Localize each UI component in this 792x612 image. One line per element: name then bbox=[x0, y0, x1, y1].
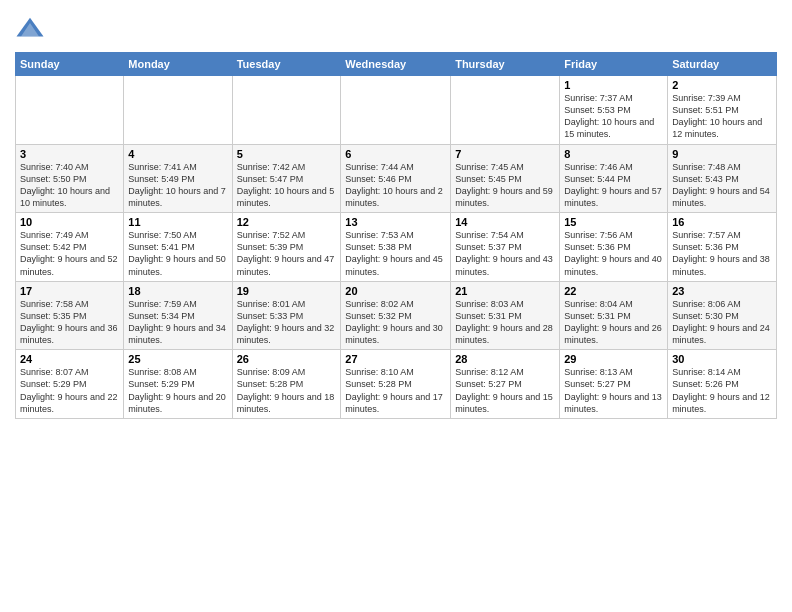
weekday-header-wednesday: Wednesday bbox=[341, 53, 451, 76]
calendar-cell bbox=[232, 76, 341, 145]
calendar-cell bbox=[451, 76, 560, 145]
calendar-cell: 14Sunrise: 7:54 AM Sunset: 5:37 PM Dayli… bbox=[451, 213, 560, 282]
calendar-cell: 17Sunrise: 7:58 AM Sunset: 5:35 PM Dayli… bbox=[16, 281, 124, 350]
day-number: 18 bbox=[128, 285, 227, 297]
day-number: 21 bbox=[455, 285, 555, 297]
calendar-cell: 12Sunrise: 7:52 AM Sunset: 5:39 PM Dayli… bbox=[232, 213, 341, 282]
calendar-cell bbox=[16, 76, 124, 145]
day-info: Sunrise: 8:14 AM Sunset: 5:26 PM Dayligh… bbox=[672, 366, 772, 415]
calendar-cell: 2Sunrise: 7:39 AM Sunset: 5:51 PM Daylig… bbox=[668, 76, 777, 145]
day-info: Sunrise: 7:54 AM Sunset: 5:37 PM Dayligh… bbox=[455, 229, 555, 278]
day-number: 22 bbox=[564, 285, 663, 297]
calendar-body: 1Sunrise: 7:37 AM Sunset: 5:53 PM Daylig… bbox=[16, 76, 777, 419]
calendar-cell: 19Sunrise: 8:01 AM Sunset: 5:33 PM Dayli… bbox=[232, 281, 341, 350]
weekday-header-saturday: Saturday bbox=[668, 53, 777, 76]
calendar-week-row: 1Sunrise: 7:37 AM Sunset: 5:53 PM Daylig… bbox=[16, 76, 777, 145]
day-number: 15 bbox=[564, 216, 663, 228]
day-number: 14 bbox=[455, 216, 555, 228]
day-info: Sunrise: 8:09 AM Sunset: 5:28 PM Dayligh… bbox=[237, 366, 337, 415]
day-info: Sunrise: 7:49 AM Sunset: 5:42 PM Dayligh… bbox=[20, 229, 119, 278]
day-number: 24 bbox=[20, 353, 119, 365]
day-number: 20 bbox=[345, 285, 446, 297]
day-number: 3 bbox=[20, 148, 119, 160]
calendar-cell: 6Sunrise: 7:44 AM Sunset: 5:46 PM Daylig… bbox=[341, 144, 451, 213]
calendar-week-row: 24Sunrise: 8:07 AM Sunset: 5:29 PM Dayli… bbox=[16, 350, 777, 419]
day-info: Sunrise: 8:03 AM Sunset: 5:31 PM Dayligh… bbox=[455, 298, 555, 347]
day-number: 29 bbox=[564, 353, 663, 365]
weekday-header-sunday: Sunday bbox=[16, 53, 124, 76]
logo-icon bbox=[15, 14, 45, 44]
calendar-cell: 5Sunrise: 7:42 AM Sunset: 5:47 PM Daylig… bbox=[232, 144, 341, 213]
day-info: Sunrise: 7:53 AM Sunset: 5:38 PM Dayligh… bbox=[345, 229, 446, 278]
calendar-cell: 10Sunrise: 7:49 AM Sunset: 5:42 PM Dayli… bbox=[16, 213, 124, 282]
day-info: Sunrise: 8:04 AM Sunset: 5:31 PM Dayligh… bbox=[564, 298, 663, 347]
calendar-cell: 25Sunrise: 8:08 AM Sunset: 5:29 PM Dayli… bbox=[124, 350, 232, 419]
logo bbox=[15, 14, 49, 44]
day-number: 5 bbox=[237, 148, 337, 160]
calendar-cell: 16Sunrise: 7:57 AM Sunset: 5:36 PM Dayli… bbox=[668, 213, 777, 282]
calendar-cell: 4Sunrise: 7:41 AM Sunset: 5:49 PM Daylig… bbox=[124, 144, 232, 213]
day-info: Sunrise: 7:39 AM Sunset: 5:51 PM Dayligh… bbox=[672, 92, 772, 141]
calendar-cell: 21Sunrise: 8:03 AM Sunset: 5:31 PM Dayli… bbox=[451, 281, 560, 350]
day-number: 17 bbox=[20, 285, 119, 297]
day-info: Sunrise: 7:57 AM Sunset: 5:36 PM Dayligh… bbox=[672, 229, 772, 278]
day-number: 4 bbox=[128, 148, 227, 160]
calendar-cell: 13Sunrise: 7:53 AM Sunset: 5:38 PM Dayli… bbox=[341, 213, 451, 282]
day-info: Sunrise: 7:58 AM Sunset: 5:35 PM Dayligh… bbox=[20, 298, 119, 347]
day-number: 10 bbox=[20, 216, 119, 228]
calendar-cell: 23Sunrise: 8:06 AM Sunset: 5:30 PM Dayli… bbox=[668, 281, 777, 350]
day-number: 25 bbox=[128, 353, 227, 365]
day-number: 26 bbox=[237, 353, 337, 365]
calendar-cell: 11Sunrise: 7:50 AM Sunset: 5:41 PM Dayli… bbox=[124, 213, 232, 282]
calendar-cell: 1Sunrise: 7:37 AM Sunset: 5:53 PM Daylig… bbox=[560, 76, 668, 145]
day-number: 9 bbox=[672, 148, 772, 160]
day-info: Sunrise: 8:12 AM Sunset: 5:27 PM Dayligh… bbox=[455, 366, 555, 415]
weekday-header-row: SundayMondayTuesdayWednesdayThursdayFrid… bbox=[16, 53, 777, 76]
day-number: 19 bbox=[237, 285, 337, 297]
day-number: 7 bbox=[455, 148, 555, 160]
calendar-cell: 3Sunrise: 7:40 AM Sunset: 5:50 PM Daylig… bbox=[16, 144, 124, 213]
day-info: Sunrise: 8:08 AM Sunset: 5:29 PM Dayligh… bbox=[128, 366, 227, 415]
calendar-cell: 18Sunrise: 7:59 AM Sunset: 5:34 PM Dayli… bbox=[124, 281, 232, 350]
day-info: Sunrise: 7:44 AM Sunset: 5:46 PM Dayligh… bbox=[345, 161, 446, 210]
calendar-week-row: 17Sunrise: 7:58 AM Sunset: 5:35 PM Dayli… bbox=[16, 281, 777, 350]
calendar-cell: 22Sunrise: 8:04 AM Sunset: 5:31 PM Dayli… bbox=[560, 281, 668, 350]
day-info: Sunrise: 8:07 AM Sunset: 5:29 PM Dayligh… bbox=[20, 366, 119, 415]
day-number: 13 bbox=[345, 216, 446, 228]
day-number: 12 bbox=[237, 216, 337, 228]
page-container: SundayMondayTuesdayWednesdayThursdayFrid… bbox=[0, 0, 792, 612]
weekday-header-thursday: Thursday bbox=[451, 53, 560, 76]
day-info: Sunrise: 7:41 AM Sunset: 5:49 PM Dayligh… bbox=[128, 161, 227, 210]
calendar-cell: 27Sunrise: 8:10 AM Sunset: 5:28 PM Dayli… bbox=[341, 350, 451, 419]
calendar-week-row: 3Sunrise: 7:40 AM Sunset: 5:50 PM Daylig… bbox=[16, 144, 777, 213]
weekday-header-monday: Monday bbox=[124, 53, 232, 76]
calendar-cell: 15Sunrise: 7:56 AM Sunset: 5:36 PM Dayli… bbox=[560, 213, 668, 282]
day-number: 23 bbox=[672, 285, 772, 297]
day-info: Sunrise: 8:10 AM Sunset: 5:28 PM Dayligh… bbox=[345, 366, 446, 415]
calendar-cell: 29Sunrise: 8:13 AM Sunset: 5:27 PM Dayli… bbox=[560, 350, 668, 419]
day-info: Sunrise: 7:48 AM Sunset: 5:43 PM Dayligh… bbox=[672, 161, 772, 210]
day-info: Sunrise: 8:02 AM Sunset: 5:32 PM Dayligh… bbox=[345, 298, 446, 347]
calendar-cell: 9Sunrise: 7:48 AM Sunset: 5:43 PM Daylig… bbox=[668, 144, 777, 213]
day-info: Sunrise: 7:46 AM Sunset: 5:44 PM Dayligh… bbox=[564, 161, 663, 210]
calendar-cell: 7Sunrise: 7:45 AM Sunset: 5:45 PM Daylig… bbox=[451, 144, 560, 213]
calendar-week-row: 10Sunrise: 7:49 AM Sunset: 5:42 PM Dayli… bbox=[16, 213, 777, 282]
calendar-cell: 28Sunrise: 8:12 AM Sunset: 5:27 PM Dayli… bbox=[451, 350, 560, 419]
weekday-header-tuesday: Tuesday bbox=[232, 53, 341, 76]
day-number: 1 bbox=[564, 79, 663, 91]
day-info: Sunrise: 8:13 AM Sunset: 5:27 PM Dayligh… bbox=[564, 366, 663, 415]
day-info: Sunrise: 7:50 AM Sunset: 5:41 PM Dayligh… bbox=[128, 229, 227, 278]
calendar-table: SundayMondayTuesdayWednesdayThursdayFrid… bbox=[15, 52, 777, 419]
day-info: Sunrise: 7:37 AM Sunset: 5:53 PM Dayligh… bbox=[564, 92, 663, 141]
day-number: 11 bbox=[128, 216, 227, 228]
day-number: 27 bbox=[345, 353, 446, 365]
page-header bbox=[15, 10, 777, 44]
calendar-cell bbox=[124, 76, 232, 145]
calendar-cell: 26Sunrise: 8:09 AM Sunset: 5:28 PM Dayli… bbox=[232, 350, 341, 419]
calendar-header: SundayMondayTuesdayWednesdayThursdayFrid… bbox=[16, 53, 777, 76]
day-number: 16 bbox=[672, 216, 772, 228]
day-number: 28 bbox=[455, 353, 555, 365]
day-number: 8 bbox=[564, 148, 663, 160]
calendar-cell bbox=[341, 76, 451, 145]
calendar-cell: 24Sunrise: 8:07 AM Sunset: 5:29 PM Dayli… bbox=[16, 350, 124, 419]
